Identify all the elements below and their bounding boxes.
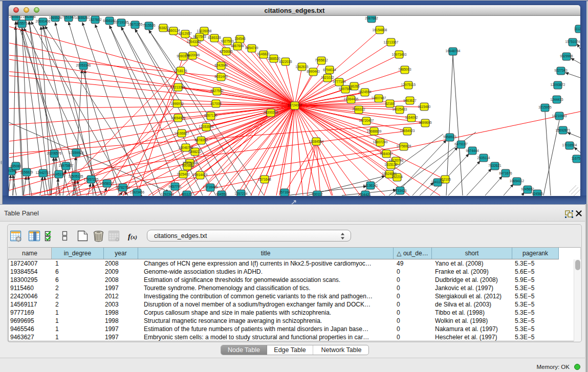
svg-text:12942737: 12942737 — [36, 171, 51, 174]
svg-text:10654112: 10654112 — [510, 179, 525, 183]
svg-text:9474444: 9474444 — [466, 149, 479, 152]
svg-text:10973493: 10973493 — [392, 53, 407, 56]
svg-text:8427552: 8427552 — [210, 89, 224, 93]
svg-text:1621022: 1621022 — [321, 76, 334, 79]
svg-text:3624554: 3624554 — [358, 90, 372, 94]
svg-text:830112: 830112 — [312, 192, 323, 196]
svg-text:10958107: 10958107 — [100, 182, 115, 185]
svg-text:5498222: 5498222 — [188, 150, 202, 154]
svg-text:19654923: 19654923 — [400, 129, 415, 133]
svg-text:924565: 924565 — [532, 192, 543, 195]
svg-text:9457791: 9457791 — [168, 185, 182, 188]
svg-text:62160: 62160 — [385, 102, 395, 105]
svg-text:7151342: 7151342 — [62, 16, 75, 19]
svg-text:1292346: 1292346 — [161, 192, 174, 196]
svg-text:14136141: 14136141 — [363, 184, 378, 187]
svg-text:16648784: 16648784 — [446, 49, 461, 53]
svg-text:21364436: 21364436 — [344, 97, 359, 101]
svg-text:16120746: 16120746 — [389, 159, 404, 162]
svg-text:19654925: 19654925 — [171, 116, 186, 120]
svg-text:10756928: 10756928 — [397, 144, 411, 148]
svg-text:2087682: 2087682 — [365, 16, 378, 20]
svg-text:16671355: 16671355 — [128, 23, 143, 26]
svg-text:1057234: 1057234 — [234, 192, 248, 195]
svg-text:8186328: 8186328 — [208, 36, 221, 39]
svg-text:1952806: 1952806 — [23, 16, 36, 18]
svg-text:7485003: 7485003 — [398, 68, 411, 71]
svg-text:10719185: 10719185 — [114, 20, 129, 24]
svg-text:16046796: 16046796 — [179, 146, 193, 149]
svg-text:3215955: 3215955 — [538, 105, 552, 109]
svg-text:157164: 157164 — [279, 190, 290, 194]
svg-text:10655267: 10655267 — [75, 16, 90, 19]
svg-text:18807249: 18807249 — [373, 140, 388, 144]
svg-text:12093872: 12093872 — [551, 83, 565, 86]
svg-text:2718176: 2718176 — [174, 69, 187, 73]
svg-text:12353594: 12353594 — [199, 125, 214, 128]
svg-text:904551: 904551 — [216, 192, 227, 196]
svg-text:5958923: 5958923 — [443, 135, 456, 139]
svg-text:7986322: 7986322 — [352, 107, 365, 111]
svg-text:20206576: 20206576 — [47, 151, 62, 155]
svg-text:2005572: 2005572 — [9, 16, 23, 18]
svg-text:2867608: 2867608 — [231, 44, 244, 48]
svg-text:f(x): f(x) — [128, 232, 137, 240]
svg-text:25300203: 25300203 — [264, 111, 278, 114]
svg-text:19975867: 19975867 — [59, 164, 74, 167]
svg-text:8267130: 8267130 — [204, 114, 217, 117]
svg-text:15692871: 15692871 — [556, 128, 571, 132]
svg-text:1996973: 1996973 — [170, 102, 184, 105]
svg-text:2935114: 2935114 — [477, 156, 490, 160]
svg-text:1164092: 1164092 — [405, 116, 418, 119]
svg-text:12975115: 12975115 — [401, 83, 416, 86]
svg-text:7515526: 7515526 — [142, 24, 156, 27]
svg-text:15716485: 15716485 — [203, 185, 218, 189]
svg-text:17016504: 17016504 — [562, 143, 577, 147]
svg-text:12505135: 12505135 — [69, 174, 83, 178]
svg-text:10807487: 10807487 — [372, 96, 386, 100]
svg-text:7625402: 7625402 — [177, 172, 190, 176]
svg-text:17957225: 17957225 — [84, 178, 99, 181]
svg-text:8878352: 8878352 — [194, 138, 208, 142]
svg-text:8912957: 8912957 — [179, 32, 192, 35]
svg-text:801123: 801123 — [181, 192, 192, 196]
svg-text:11923466: 11923466 — [130, 190, 145, 194]
svg-text:391540: 391540 — [9, 169, 17, 172]
svg-text:10688609: 10688609 — [367, 129, 382, 133]
svg-text:1588520: 1588520 — [267, 57, 280, 60]
svg-text:8242848: 8242848 — [214, 63, 228, 67]
svg-text:10543302: 10543302 — [187, 40, 202, 43]
svg-text:19384554: 19384554 — [309, 140, 324, 143]
svg-text:16782759: 16782759 — [116, 186, 130, 189]
svg-text:1156829: 1156829 — [20, 170, 33, 174]
svg-text:1733426: 1733426 — [394, 189, 407, 192]
svg-text:8756685: 8756685 — [220, 50, 233, 53]
svg-text:8990443: 8990443 — [307, 70, 320, 73]
svg-text:904421: 904421 — [360, 193, 371, 196]
svg-text:1527602: 1527602 — [89, 18, 102, 21]
svg-text:18724007: 18724007 — [288, 103, 302, 107]
svg-text:835081: 835081 — [10, 164, 21, 168]
svg-text:9090178: 9090178 — [177, 54, 190, 58]
svg-text:9827503: 9827503 — [193, 35, 206, 38]
svg-text:8322035: 8322035 — [279, 60, 292, 63]
svg-text:962105: 962105 — [440, 178, 451, 181]
svg-text:111273: 111273 — [574, 27, 580, 31]
svg-text:9115460: 9115460 — [418, 105, 431, 108]
svg-text:10025433: 10025433 — [393, 107, 407, 111]
svg-text:9227343: 9227343 — [554, 69, 568, 72]
svg-text:9899695: 9899695 — [419, 121, 432, 124]
svg-text:8471676: 8471676 — [499, 171, 512, 175]
svg-text:15751074: 15751074 — [565, 40, 580, 43]
svg-text:19166827: 19166827 — [175, 132, 189, 135]
svg-text:12213367: 12213367 — [384, 40, 399, 44]
svg-text:7955812: 7955812 — [315, 58, 328, 62]
svg-text:6497568: 6497568 — [339, 87, 352, 91]
svg-text:1145194: 1145194 — [53, 172, 66, 176]
svg-text:9146821: 9146821 — [257, 52, 270, 56]
svg-text:16210943: 16210943 — [552, 114, 567, 118]
svg-text:14055714: 14055714 — [15, 21, 30, 25]
svg-text:9777169: 9777169 — [333, 80, 346, 83]
svg-text:6794024: 6794024 — [323, 68, 336, 72]
svg-text:9327503: 9327503 — [221, 39, 234, 43]
